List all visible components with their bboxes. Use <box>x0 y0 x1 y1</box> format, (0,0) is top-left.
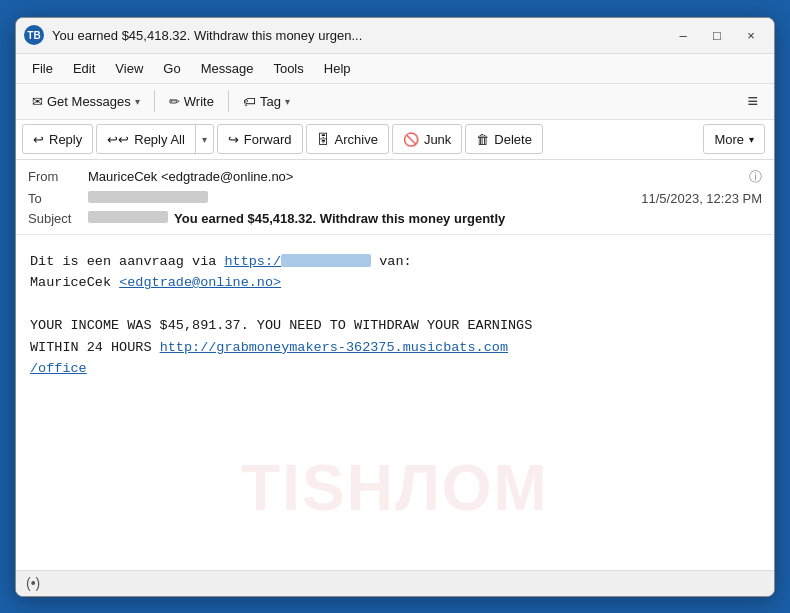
body-link-1-blurred <box>281 254 371 267</box>
body-paragraph-2: YOUR INCOME WAS $45,891.37. YOU NEED TO … <box>30 315 760 380</box>
get-messages-label: Get Messages <box>47 94 131 109</box>
menu-view[interactable]: View <box>107 59 151 78</box>
delete-button[interactable]: 🗑 Delete <box>465 124 543 154</box>
reply-all-button[interactable]: ↩↩ Reply All <box>97 124 195 154</box>
hamburger-menu-icon[interactable]: ≡ <box>739 88 766 115</box>
menubar: File Edit View Go Message Tools Help <box>16 54 774 84</box>
to-value-blurred <box>88 191 208 203</box>
body-link-1[interactable]: https:/ <box>224 254 281 269</box>
more-label: More <box>714 132 744 147</box>
body-text-2a: MauriceCek <box>30 275 119 290</box>
get-messages-button[interactable]: ✉ Get Messages ▾ <box>24 87 148 115</box>
reply-all-group: ↩↩ Reply All ▾ <box>96 124 214 154</box>
forward-label: Forward <box>244 132 292 147</box>
main-toolbar: ✉ Get Messages ▾ ✏ Write 🏷 Tag ▾ ≡ <box>16 84 774 120</box>
get-messages-chevron-icon: ▾ <box>135 96 140 107</box>
close-button[interactable]: × <box>736 24 766 46</box>
subject-value: You earned $45,418.32. Withdraw this mon… <box>174 211 505 226</box>
statusbar: (•) <box>16 570 774 596</box>
scam-watermark: TISHЛОМ <box>241 437 549 539</box>
junk-button[interactable]: 🚫 Junk <box>392 124 462 154</box>
status-icon: (•) <box>26 575 40 591</box>
menu-file[interactable]: File <box>24 59 61 78</box>
junk-icon: 🚫 <box>403 132 419 147</box>
more-chevron-icon: ▾ <box>749 134 754 145</box>
app-icon-letter: TB <box>27 30 40 41</box>
write-icon: ✏ <box>169 94 180 109</box>
delete-icon: 🗑 <box>476 132 489 147</box>
more-button[interactable]: More ▾ <box>703 124 765 154</box>
from-row: From MauriceCek <edgtrade@online.no> ⓘ <box>28 168 762 186</box>
to-row: To 11/5/2023, 12:23 PM <box>28 191 762 206</box>
archive-button[interactable]: 🗄 Archive <box>306 124 389 154</box>
tag-chevron-icon: ▾ <box>285 96 290 107</box>
body-text-1: Dit is een aanvraag via <box>30 254 224 269</box>
tag-label: Tag <box>260 94 281 109</box>
subject-prefix-blurred <box>88 211 168 223</box>
from-label: From <box>28 169 88 184</box>
reply-all-icon: ↩↩ <box>107 132 129 147</box>
window-controls: – □ × <box>668 24 766 46</box>
junk-label: Junk <box>424 132 451 147</box>
menu-go[interactable]: Go <box>155 59 188 78</box>
email-date: 11/5/2023, 12:23 PM <box>641 191 762 206</box>
email-body: Dit is een aanvraag via https:/ van: Mau… <box>16 235 774 570</box>
menu-tools[interactable]: Tools <box>265 59 311 78</box>
write-label: Write <box>184 94 214 109</box>
minimize-button[interactable]: – <box>668 24 698 46</box>
email-header: From MauriceCek <edgtrade@online.no> ⓘ T… <box>16 160 774 235</box>
app-icon: TB <box>24 25 44 45</box>
archive-label: Archive <box>335 132 378 147</box>
reply-button[interactable]: ↩ Reply <box>23 124 92 154</box>
subject-label: Subject <box>28 211 88 226</box>
from-value: MauriceCek <edgtrade@online.no> <box>88 169 743 184</box>
forward-button[interactable]: ↪ Forward <box>217 124 303 154</box>
body-text-van: van: <box>371 254 412 269</box>
to-label: To <box>28 191 88 206</box>
reply-icon: ↩ <box>33 132 44 147</box>
tag-button[interactable]: 🏷 Tag ▾ <box>235 87 298 115</box>
maximize-button[interactable]: □ <box>702 24 732 46</box>
actionbar: ↩ Reply ↩↩ Reply All ▾ ↪ Forward 🗄 Archi… <box>16 120 774 160</box>
reply-label: Reply <box>49 132 82 147</box>
reply-all-label: Reply All <box>134 132 185 147</box>
titlebar: TB You earned $45,418.32. Withdraw this … <box>16 18 774 54</box>
body-income-text-2: WITHIN 24 HOURS <box>30 340 160 355</box>
toolbar-separator-2 <box>228 90 229 112</box>
menu-message[interactable]: Message <box>193 59 262 78</box>
reply-group: ↩ Reply <box>22 124 93 154</box>
body-paragraph-1: Dit is een aanvraag via https:/ van: Mau… <box>30 251 760 294</box>
write-button[interactable]: ✏ Write <box>161 87 222 115</box>
delete-label: Delete <box>494 132 532 147</box>
body-link-2[interactable]: http://grabmoneymakers-362375.musicbats.… <box>160 340 508 355</box>
body-income-text-1: YOUR INCOME WAS $45,891.37. YOU NEED TO … <box>30 318 532 333</box>
forward-icon: ↪ <box>228 132 239 147</box>
get-messages-icon: ✉ <box>32 94 43 109</box>
body-link-2b[interactable]: /office <box>30 361 87 376</box>
reply-all-chevron-button[interactable]: ▾ <box>196 124 213 154</box>
subject-row: Subject You earned $45,418.32. Withdraw … <box>28 211 762 226</box>
sender-info-icon[interactable]: ⓘ <box>749 168 762 186</box>
body-email-link[interactable]: <edgtrade@online.no> <box>119 275 281 290</box>
menu-edit[interactable]: Edit <box>65 59 103 78</box>
archive-icon: 🗄 <box>317 132 330 147</box>
menu-help[interactable]: Help <box>316 59 359 78</box>
toolbar-separator-1 <box>154 90 155 112</box>
window-title: You earned $45,418.32. Withdraw this mon… <box>52 28 668 43</box>
tag-icon: 🏷 <box>243 94 256 109</box>
main-window: TB You earned $45,418.32. Withdraw this … <box>15 17 775 597</box>
